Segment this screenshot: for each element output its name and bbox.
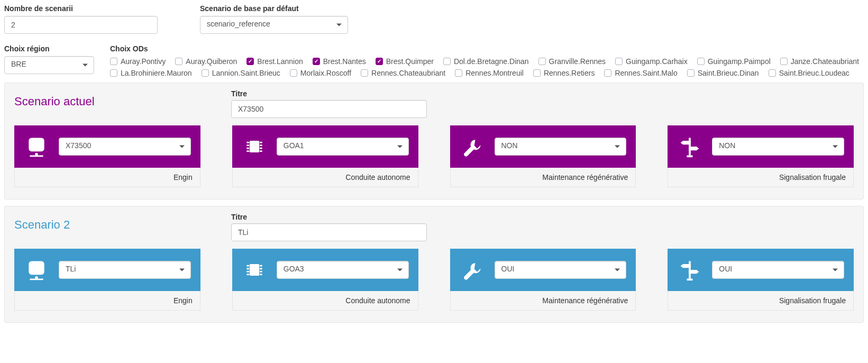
od-label: La.Brohiniere.Mauron bbox=[121, 69, 192, 77]
card-header: OUI bbox=[668, 249, 854, 291]
od-label: Brest.Quimper bbox=[386, 57, 434, 66]
od-label: Rennes.Retiers bbox=[544, 69, 595, 77]
od-label: Saint.Brieuc.Dinan bbox=[698, 69, 759, 77]
scenario-card: NONSignalisation frugale bbox=[668, 125, 854, 187]
od-label: Rennes.Saint.Malo bbox=[615, 69, 677, 77]
card-select[interactable]: OUI bbox=[495, 261, 627, 279]
od-checkbox-item[interactable]: Rennes.Chateaubriant bbox=[361, 69, 445, 77]
od-checkbox-item[interactable]: Auray.Quiberon bbox=[175, 57, 237, 66]
scenario-card: TLiEngin bbox=[14, 249, 200, 311]
card-header: TLi bbox=[14, 249, 200, 291]
card-select[interactable]: NON bbox=[712, 138, 844, 156]
od-checkbox-item[interactable]: Rennes.Saint.Malo bbox=[604, 69, 677, 77]
card-select-value: GOA3 bbox=[277, 261, 409, 279]
card-select[interactable]: OUI bbox=[712, 261, 844, 279]
card-select-value: OUI bbox=[495, 261, 627, 279]
card-header: X73500 bbox=[14, 125, 200, 168]
checkbox-icon bbox=[455, 69, 462, 77]
checkbox-icon bbox=[313, 58, 320, 65]
card-header: OUI bbox=[450, 249, 636, 291]
nombre-scenarii-label: Nombre de scenarii bbox=[4, 4, 158, 13]
od-checkbox-item[interactable]: Dol.de.Bretagne.Dinan bbox=[443, 57, 529, 66]
od-checkbox-item[interactable]: Auray.Pontivy bbox=[110, 57, 166, 66]
ods-group: Choix ODs Auray.PontivyAuray.QuiberonBre… bbox=[110, 44, 864, 77]
default-scenario-select[interactable]: scenario_reference bbox=[200, 16, 348, 34]
card-select[interactable]: TLi bbox=[59, 261, 191, 279]
checkbox-icon bbox=[376, 58, 383, 65]
scenario-title: Scenario actuel bbox=[14, 95, 210, 108]
od-checkbox-item[interactable]: Guingamp.Paimpol bbox=[697, 57, 771, 66]
od-checkbox-item[interactable]: Rennes.Montreuil bbox=[455, 69, 524, 77]
od-label: Brest.Nantes bbox=[323, 57, 366, 66]
od-checkbox-item[interactable]: La.Brohiniere.Mauron bbox=[110, 69, 192, 77]
od-label: Rennes.Montreuil bbox=[465, 69, 524, 77]
scenario-card: OUIMaintenance régénérative bbox=[450, 249, 636, 311]
region-value: BRE bbox=[4, 56, 94, 74]
od-checkbox-item[interactable]: Saint.Brieuc.Loudeac bbox=[769, 69, 849, 77]
scenario-panel: Scenario 2TitreTLiEnginGOA3Conduite auto… bbox=[4, 206, 864, 323]
checkbox-icon bbox=[780, 58, 788, 65]
cards-row: X73500EnginGOA1Conduite autonomeNONMaint… bbox=[14, 125, 854, 187]
card-select[interactable]: GOA3 bbox=[277, 261, 409, 279]
od-checkbox-item[interactable]: Rennes.Retiers bbox=[533, 69, 595, 77]
checkbox-icon bbox=[361, 69, 368, 77]
od-checkbox-item[interactable]: Brest.Lannion bbox=[246, 57, 303, 66]
od-checkbox-item[interactable]: Guingamp.Carhaix bbox=[615, 57, 688, 66]
card-footer: Signalisation frugale bbox=[668, 168, 854, 187]
ods-label: Choix ODs bbox=[110, 44, 864, 53]
checkbox-icon bbox=[533, 69, 541, 77]
card-header: GOA1 bbox=[232, 125, 418, 168]
checkbox-icon bbox=[290, 69, 297, 77]
scenario-card: X73500Engin bbox=[14, 125, 200, 187]
od-checkbox-item[interactable]: Brest.Nantes bbox=[313, 57, 366, 66]
od-label: Dol.de.Bretagne.Dinan bbox=[454, 57, 529, 66]
titre-label: Titre bbox=[231, 213, 427, 221]
card-select[interactable]: X73500 bbox=[59, 138, 191, 156]
od-label: Granville.Rennes bbox=[549, 57, 606, 66]
checkbox-icon bbox=[687, 69, 695, 77]
signpost-icon bbox=[677, 134, 702, 159]
default-scenario-label: Scenario de base par défaut bbox=[200, 4, 348, 13]
card-footer: Maintenance régénérative bbox=[450, 291, 636, 311]
od-label: Lannion.Saint.Brieuc bbox=[212, 69, 280, 77]
card-select[interactable]: NON bbox=[495, 138, 627, 156]
od-checkbox-item[interactable]: Saint.Brieuc.Dinan bbox=[687, 69, 759, 77]
od-label: Saint.Brieuc.Loudeac bbox=[779, 69, 849, 77]
od-checkbox-item[interactable]: Lannion.Saint.Brieuc bbox=[202, 69, 280, 77]
checkbox-icon bbox=[697, 58, 705, 65]
od-checkbox-item[interactable]: Granville.Rennes bbox=[538, 57, 606, 66]
scenario-card: OUISignalisation frugale bbox=[668, 249, 854, 311]
card-footer: Conduite autonome bbox=[232, 168, 418, 187]
card-header: NON bbox=[668, 125, 854, 168]
card-footer: Signalisation frugale bbox=[668, 291, 854, 311]
card-select[interactable]: GOA1 bbox=[277, 138, 409, 156]
od-label: Auray.Quiberon bbox=[186, 57, 237, 66]
checkbox-icon bbox=[604, 69, 611, 77]
region-label: Choix région bbox=[4, 44, 94, 53]
scenario-card: GOA1Conduite autonome bbox=[232, 125, 418, 187]
wrench-icon bbox=[460, 257, 485, 283]
card-select-value: TLi bbox=[59, 261, 191, 279]
train-icon bbox=[24, 257, 49, 283]
region-select[interactable]: BRE bbox=[4, 56, 94, 74]
titre-input[interactable] bbox=[231, 223, 427, 241]
od-label: Morlaix.Roscoff bbox=[300, 69, 351, 77]
od-checkbox-item[interactable]: Brest.Quimper bbox=[376, 57, 434, 66]
od-checkbox-item[interactable]: Morlaix.Roscoff bbox=[290, 69, 351, 77]
default-scenario-group: Scenario de base par défaut scenario_ref… bbox=[200, 4, 348, 34]
checkbox-icon bbox=[246, 58, 254, 65]
titre-input[interactable] bbox=[231, 100, 427, 118]
nombre-scenarii-input[interactable] bbox=[4, 16, 158, 34]
od-checkbox-item[interactable]: Janze.Chateaubriant bbox=[780, 57, 859, 66]
card-select-value: GOA1 bbox=[277, 138, 409, 156]
card-select-value: OUI bbox=[712, 261, 844, 279]
card-footer: Conduite autonome bbox=[232, 291, 418, 311]
checkbox-icon bbox=[202, 69, 209, 77]
chip-icon bbox=[242, 257, 267, 283]
scenario-title: Scenario 2 bbox=[14, 218, 210, 232]
card-footer: Maintenance régénérative bbox=[450, 168, 636, 187]
checkbox-icon bbox=[615, 58, 623, 65]
titre-label: Titre bbox=[231, 89, 427, 98]
card-header: NON bbox=[450, 125, 636, 168]
ods-list: Auray.PontivyAuray.QuiberonBrest.Lannion… bbox=[110, 56, 864, 77]
